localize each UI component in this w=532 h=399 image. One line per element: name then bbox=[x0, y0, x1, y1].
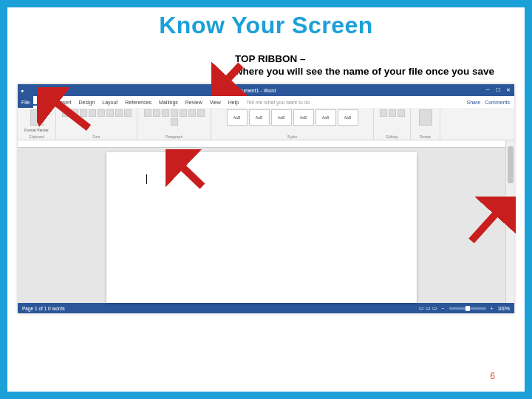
style-heading1[interactable]: AaB bbox=[271, 109, 292, 126]
tab-review[interactable]: Review bbox=[182, 100, 206, 105]
style-normal[interactable]: AaB bbox=[227, 109, 248, 126]
arrow-cursor bbox=[166, 149, 210, 194]
arrow-file-tabs bbox=[37, 87, 103, 132]
dictate-icon[interactable] bbox=[419, 109, 432, 126]
replace-icon[interactable] bbox=[389, 109, 396, 117]
tab-file[interactable]: File bbox=[18, 96, 33, 108]
style-subtitle[interactable]: AaB bbox=[338, 109, 358, 126]
ribbon-group-styles: AaB AaB AaB AaB AaB AaB Styles bbox=[211, 108, 374, 140]
bullets-icon[interactable] bbox=[144, 109, 151, 117]
ribbon-group-dictate-label: Dictate bbox=[420, 134, 432, 139]
svg-line-5 bbox=[173, 158, 202, 186]
close-icon[interactable]: ✕ bbox=[505, 87, 511, 93]
comments-button[interactable]: Comments bbox=[485, 100, 510, 105]
annotation-top-ribbon-body: where you will see the name of your file… bbox=[235, 66, 494, 77]
horizontal-ruler bbox=[18, 140, 505, 148]
select-icon[interactable] bbox=[398, 109, 405, 117]
arrow-scroll-bar bbox=[464, 197, 516, 248]
ribbon-group-dictate: Dictate bbox=[411, 108, 440, 140]
ribbon-group-paragraph: Paragraph bbox=[137, 108, 211, 140]
ribbon-group-editing-label: Editing bbox=[386, 134, 398, 139]
strikethrough-icon[interactable] bbox=[106, 109, 114, 117]
borders-icon[interactable] bbox=[171, 118, 178, 126]
ribbon-group-editing: Editing bbox=[374, 108, 411, 140]
slide: Know Your Screen TOP RIBBON – where you … bbox=[0, 0, 532, 399]
tab-help[interactable]: Help bbox=[225, 100, 242, 105]
ribbon-group-styles-label: Styles bbox=[287, 134, 298, 139]
align-center-icon[interactable] bbox=[171, 109, 178, 117]
style-heading2[interactable]: AaB bbox=[293, 109, 314, 126]
word-status-bar: Page 1 of 1 0 words ▭ ▭ ▭ − + 100% bbox=[18, 303, 514, 313]
svg-line-1 bbox=[46, 95, 89, 128]
tell-me-search[interactable]: Tell me what you want to do bbox=[242, 100, 313, 105]
ribbon-group-paragraph-label: Paragraph bbox=[166, 134, 183, 139]
indent-icon[interactable] bbox=[197, 109, 205, 117]
ribbon-group-clipboard-label: Clipboard bbox=[29, 134, 44, 139]
zoom-value[interactable]: 100% bbox=[497, 306, 510, 311]
minimize-icon[interactable]: ─ bbox=[485, 87, 491, 93]
share-button[interactable]: Share bbox=[466, 100, 480, 105]
line-spacing-icon[interactable] bbox=[188, 109, 196, 117]
tab-mailings[interactable]: Mailings bbox=[155, 100, 182, 105]
find-icon[interactable] bbox=[380, 109, 387, 117]
annotation-top-ribbon: TOP RIBBON – where you will see the name… bbox=[235, 53, 531, 78]
tab-view[interactable]: View bbox=[206, 100, 225, 105]
style-nospacing[interactable]: AaB bbox=[249, 109, 270, 126]
arrow-top-ribbon bbox=[211, 59, 248, 96]
maximize-icon[interactable]: ☐ bbox=[495, 87, 501, 93]
view-buttons[interactable]: ▭ ▭ ▭ bbox=[419, 305, 437, 311]
status-left: Page 1 of 1 0 words bbox=[22, 306, 65, 311]
svg-line-3 bbox=[219, 65, 241, 89]
text-cursor bbox=[146, 174, 147, 184]
svg-line-7 bbox=[471, 204, 505, 241]
ribbon-group-font-label: Font bbox=[92, 134, 100, 139]
slide-title: Know Your Screen bbox=[7, 12, 525, 39]
highlight-icon[interactable] bbox=[124, 109, 132, 117]
align-right-icon[interactable] bbox=[180, 109, 187, 117]
scrollbar-thumb[interactable] bbox=[508, 146, 514, 183]
align-left-icon[interactable] bbox=[162, 109, 169, 117]
page-number: 6 bbox=[490, 371, 495, 381]
word-document-area bbox=[18, 140, 514, 303]
zoom-slider[interactable] bbox=[449, 307, 486, 310]
style-title[interactable]: AaB bbox=[316, 109, 336, 126]
document-page[interactable] bbox=[106, 152, 417, 303]
tab-references[interactable]: References bbox=[121, 100, 155, 105]
numbering-icon[interactable] bbox=[153, 109, 160, 117]
text-color-icon[interactable] bbox=[115, 109, 123, 117]
